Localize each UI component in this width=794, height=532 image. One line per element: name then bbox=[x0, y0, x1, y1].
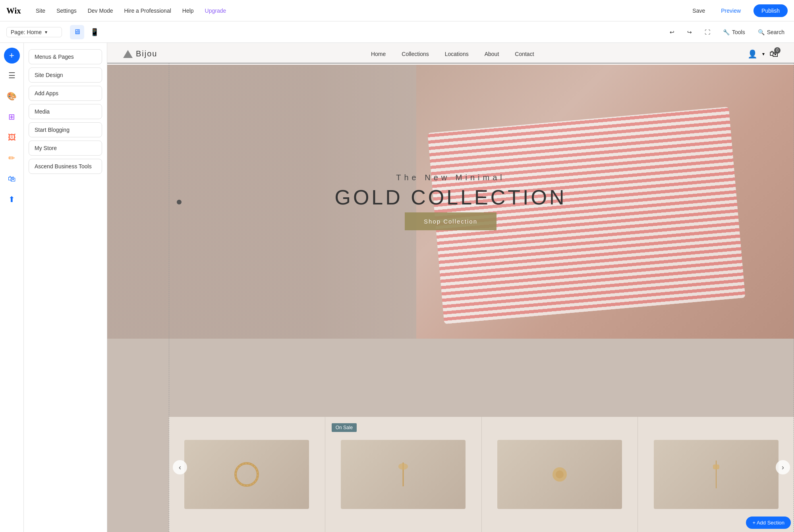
ascend-icon: ⬆ bbox=[8, 195, 15, 204]
svg-point-6 bbox=[556, 470, 564, 478]
my-store-button[interactable]: My Store bbox=[29, 141, 102, 156]
page-label: Page: bbox=[11, 29, 25, 35]
site-nav-home[interactable]: Home bbox=[371, 51, 386, 57]
site-nav-collections[interactable]: Collections bbox=[402, 51, 429, 57]
desktop-view-button[interactable]: 🖥 bbox=[70, 25, 84, 39]
hero-content: The New Minimal GOLD COLLECTION Shop Col… bbox=[334, 173, 566, 230]
site-nav-about[interactable]: About bbox=[485, 51, 499, 57]
tools-button[interactable]: 🔧 Tools bbox=[720, 27, 748, 37]
sidebar-item-pages[interactable]: ☰ bbox=[3, 67, 21, 84]
sidebar-item-ascend[interactable]: ⬆ bbox=[3, 191, 21, 208]
on-sale-badge: On Sale bbox=[332, 423, 357, 432]
sidebar-item-store[interactable]: 🛍 bbox=[3, 170, 21, 187]
next-arrow-button[interactable]: › bbox=[776, 460, 790, 474]
nav-hire[interactable]: Hire a Professional bbox=[124, 6, 172, 15]
site-nav-locations[interactable]: Locations bbox=[445, 51, 469, 57]
product-image-1 bbox=[184, 440, 309, 509]
design-icon: 🎨 bbox=[7, 91, 17, 101]
product-image-3 bbox=[497, 440, 622, 509]
site-nav-icons: 👤 ▾ 🛍 0 bbox=[748, 49, 778, 59]
page-selector[interactable]: Page: Home ▾ bbox=[6, 27, 62, 37]
site-nav-contact[interactable]: Contact bbox=[515, 51, 534, 57]
redo-icon: ↪ bbox=[687, 29, 692, 35]
preview-button[interactable]: Preview bbox=[718, 6, 744, 15]
hero-section: The New Minimal GOLD COLLECTION Shop Col… bbox=[107, 65, 794, 339]
hero-subtitle: The New Minimal bbox=[334, 173, 566, 182]
mobile-view-button[interactable]: 📱 bbox=[87, 25, 102, 39]
product-row: On Sale bbox=[169, 417, 794, 532]
product-card-3[interactable] bbox=[482, 417, 638, 532]
secondary-navigation: Page: Home ▾ 🖥 📱 ↩ ↪ ⛶ 🔧 Tools 🔍 Search bbox=[0, 21, 794, 43]
zoom-icon: ⛶ bbox=[705, 29, 710, 35]
sidebar-item-design[interactable]: 🎨 bbox=[3, 87, 21, 105]
slider-dots bbox=[177, 200, 182, 204]
publish-button[interactable]: Publish bbox=[753, 4, 788, 17]
top-navigation: Wix Site Settings Dev Mode Hire a Profes… bbox=[0, 0, 794, 21]
sidebar-item-blog[interactable]: ✏ bbox=[3, 149, 21, 167]
hero-cta-button[interactable]: Shop Collection bbox=[405, 212, 496, 230]
product-image-2 bbox=[341, 440, 466, 509]
site-logo: Bijou bbox=[123, 49, 157, 58]
canvas-area: Bijou Home Collections Locations About C… bbox=[107, 43, 794, 532]
website-preview: Bijou Home Collections Locations About C… bbox=[107, 43, 794, 532]
product-card-2[interactable]: On Sale bbox=[325, 417, 482, 532]
store-icon: 🛍 bbox=[8, 174, 16, 183]
chevron-down-icon: ▾ bbox=[762, 51, 765, 57]
nav-settings[interactable]: Settings bbox=[56, 6, 77, 15]
media-button[interactable]: Media bbox=[29, 104, 102, 119]
logo-triangle-icon bbox=[123, 50, 133, 58]
svg-rect-8 bbox=[713, 465, 719, 469]
apps-icon: ⊞ bbox=[8, 112, 15, 121]
search-button[interactable]: 🔍 Search bbox=[755, 27, 788, 37]
tools-label: Tools bbox=[732, 29, 745, 35]
page-name: Home bbox=[27, 29, 42, 35]
cart-badge: 0 bbox=[774, 47, 780, 54]
svg-point-4 bbox=[398, 463, 408, 470]
site-logo-text: Bijou bbox=[136, 49, 157, 58]
cart-icon-wrapper[interactable]: 🛍 0 bbox=[769, 49, 778, 59]
product-card-4[interactable] bbox=[638, 417, 794, 532]
editor-panel: Menus & Pages Site Design Add Apps Media… bbox=[24, 43, 107, 532]
site-navigation-bar: Bijou Home Collections Locations About C… bbox=[107, 43, 794, 65]
add-apps-button[interactable]: Add Apps bbox=[29, 86, 102, 101]
blog-icon: ✏ bbox=[8, 153, 15, 163]
chevron-down-icon: ▾ bbox=[45, 29, 47, 35]
sidebar-item-media[interactable]: 🖼 bbox=[3, 129, 21, 146]
redo-button[interactable]: ↪ bbox=[684, 27, 695, 37]
nav-upgrade[interactable]: Upgrade bbox=[204, 6, 227, 15]
nav-site[interactable]: Site bbox=[35, 6, 46, 15]
search-icon: 🔍 bbox=[758, 29, 765, 35]
device-toggle: 🖥 📱 bbox=[70, 25, 102, 39]
ascend-business-tools-button[interactable]: Ascend Business Tools bbox=[29, 159, 102, 174]
undo-button[interactable]: ↩ bbox=[666, 27, 678, 37]
undo-icon: ↩ bbox=[670, 29, 674, 35]
zoom-mode-button[interactable]: ⛶ bbox=[701, 27, 713, 37]
nav-dev-mode[interactable]: Dev Mode bbox=[87, 6, 114, 15]
nav-help[interactable]: Help bbox=[182, 6, 195, 15]
product-image-4 bbox=[654, 440, 779, 509]
pages-icon: ☰ bbox=[8, 71, 15, 80]
hero-title: GOLD COLLECTION bbox=[334, 185, 566, 209]
site-design-button[interactable]: Site Design bbox=[29, 67, 102, 83]
media-icon: 🖼 bbox=[8, 133, 16, 142]
wix-logo[interactable]: Wix bbox=[6, 6, 22, 15]
save-button[interactable]: Save bbox=[689, 6, 708, 15]
left-sidebar: + ☰ 🎨 ⊞ 🖼 ✏ 🛍 ⬆ bbox=[0, 43, 24, 532]
product-card-1[interactable] bbox=[169, 417, 325, 532]
tools-icon: 🔧 bbox=[723, 29, 730, 35]
search-label: Search bbox=[767, 29, 784, 35]
start-blogging-button[interactable]: Start Blogging bbox=[29, 122, 102, 137]
sidebar-item-apps[interactable]: ⊞ bbox=[3, 108, 21, 125]
user-icon[interactable]: 👤 bbox=[748, 49, 757, 59]
svg-text:Wix: Wix bbox=[6, 6, 21, 15]
slider-dot-active bbox=[177, 200, 182, 204]
menus-pages-button[interactable]: Menus & Pages bbox=[29, 49, 102, 64]
add-section-button[interactable]: + Add Section bbox=[746, 517, 791, 529]
add-element-button[interactable]: + bbox=[4, 48, 20, 64]
secondary-actions: ↩ ↪ ⛶ 🔧 Tools 🔍 Search bbox=[666, 27, 788, 37]
prev-arrow-button[interactable]: ‹ bbox=[173, 460, 187, 474]
